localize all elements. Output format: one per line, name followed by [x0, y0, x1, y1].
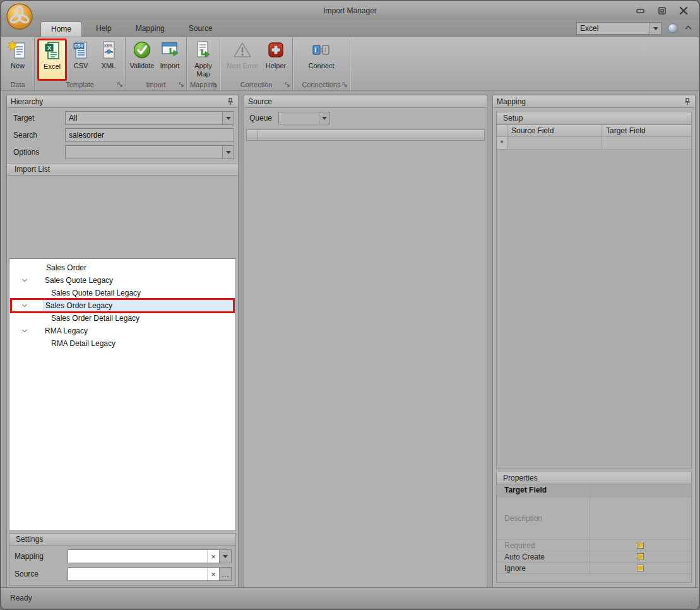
template-type-combo[interactable]: Excel [576, 22, 661, 35]
apply-map-button[interactable]: Apply Map [189, 39, 217, 81]
csv-button[interactable]: CSV CSV [67, 39, 95, 81]
pin-icon[interactable] [684, 97, 691, 105]
combo-dropdown-button[interactable] [222, 146, 234, 158]
combo-dropdown-button[interactable] [650, 23, 661, 34]
tree-item-rma-legacy[interactable]: RMA Legacy [9, 325, 235, 337]
next-error-button[interactable]: Next Error [223, 39, 262, 81]
tab-home[interactable]: Home [40, 21, 82, 37]
dialog-launcher-icon[interactable] [211, 81, 218, 88]
clear-icon[interactable]: × [207, 550, 219, 563]
hierarchy-panel-title: Hierarchy [11, 97, 227, 106]
combo-dropdown-button[interactable] [319, 112, 329, 124]
source-panel-header: Source [244, 95, 487, 108]
setup-group: Setup Source Field Target Field * [496, 112, 692, 469]
target-label: Target [11, 114, 65, 123]
mapping-grid-new-row[interactable]: * [497, 137, 691, 150]
ribbon-button-label: CSV [74, 62, 88, 70]
description-value[interactable] [590, 498, 691, 539]
target-combo[interactable]: All [65, 111, 234, 125]
group-label-import: Import [126, 80, 186, 90]
column-header-source-field[interactable]: Source Field [507, 124, 602, 137]
ribbon-button-label: XML [102, 62, 116, 70]
target-value: All [66, 112, 222, 124]
warning-triangle-icon [232, 40, 252, 60]
minimize-button[interactable] [636, 6, 646, 15]
tree-item-sales-quote-detail-legacy[interactable]: Sales Quote Detail Legacy [9, 287, 235, 299]
helper-button[interactable]: Helper [262, 39, 290, 81]
grid-row-selector-header[interactable] [497, 124, 507, 137]
grid-column-header[interactable] [258, 129, 485, 141]
ignore-checkbox[interactable] [637, 565, 644, 571]
property-row-required[interactable]: Required [497, 540, 691, 551]
tab-help[interactable]: Help [86, 21, 122, 37]
mapping-input[interactable] [68, 550, 207, 563]
source-input[interactable] [68, 568, 207, 580]
ribbon-button-label: Apply Map [194, 62, 212, 78]
expander-chevron-icon[interactable] [20, 328, 30, 333]
ribbon-button-label: Excel [44, 63, 61, 71]
property-row-description[interactable]: Description [497, 498, 691, 540]
auto-create-checkbox[interactable] [637, 553, 644, 560]
ribbon-button-label: Helper [266, 62, 286, 70]
ribbon-button-label: Next Error [227, 62, 258, 70]
ribbon-button-label: Import [160, 62, 179, 70]
dialog-launcher-icon[interactable] [178, 81, 185, 88]
excel-button[interactable]: X Excel [37, 39, 67, 81]
group-label-data: Data [1, 80, 34, 90]
connect-button[interactable]: Connect [302, 39, 341, 81]
property-row-auto-create[interactable]: Auto Create [497, 551, 691, 563]
tree-item-rma-detail-legacy[interactable]: RMA Detail Legacy [9, 337, 235, 350]
clear-icon[interactable]: × [207, 568, 219, 580]
close-button[interactable] [679, 6, 689, 15]
new-button[interactable]: New [4, 39, 32, 81]
target-field-cell[interactable] [602, 137, 691, 150]
group-label-correction: Correction [220, 80, 292, 90]
source-field-cell[interactable] [507, 137, 602, 150]
tree-item-sales-order-detail-legacy[interactable]: Sales Order Detail Legacy [9, 312, 235, 325]
tab-mapping[interactable]: Mapping [126, 21, 175, 37]
import-window-icon [160, 40, 180, 60]
settings-group: Settings Mapping × Source × … [9, 533, 236, 586]
ribbon-group-connections: Connect Connections [293, 37, 350, 90]
grid-row-selector-header[interactable] [246, 129, 258, 141]
pin-icon[interactable] [227, 97, 234, 105]
target-field-value[interactable] [590, 484, 691, 497]
collapse-ribbon-icon[interactable] [684, 24, 692, 33]
required-checkbox[interactable] [637, 542, 644, 549]
browse-ellipsis-button[interactable]: … [219, 568, 231, 580]
options-combo[interactable] [65, 145, 234, 159]
restore-button[interactable] [657, 6, 667, 15]
import-button[interactable]: Import [156, 39, 184, 81]
property-row-ignore[interactable]: Ignore [497, 563, 691, 574]
dialog-launcher-icon[interactable] [341, 81, 348, 88]
tree-item-sales-order[interactable]: Sales Order [9, 261, 235, 274]
property-row-target-field[interactable]: Target Field [497, 484, 691, 498]
column-header-target-field[interactable]: Target Field [602, 124, 691, 137]
source-panel: Source Queue [244, 95, 487, 589]
title-bar: Import Manager [1, 1, 699, 20]
tree-item-sales-order-legacy[interactable]: Sales Order Legacy [9, 299, 235, 312]
tab-source[interactable]: Source [179, 21, 223, 37]
dialog-launcher-icon[interactable] [284, 81, 291, 88]
import-list-tree: Sales Order Sales Quote Legacy Sales Quo… [9, 258, 236, 531]
dialog-launcher-icon[interactable] [117, 81, 124, 88]
validate-button[interactable]: Validate [128, 39, 156, 81]
app-logo-icon[interactable] [6, 3, 33, 30]
hierarchy-panel: Hierarchy Target All Search Options Impo… [6, 95, 239, 589]
combo-dropdown-button[interactable] [219, 550, 231, 563]
tree-item-sales-quote-legacy[interactable]: Sales Quote Legacy [9, 274, 235, 287]
resize-grip[interactable] [687, 597, 696, 606]
expander-chevron-icon[interactable] [20, 278, 30, 283]
svg-text:CSV: CSV [74, 44, 84, 48]
mapping-grid-header: Source Field Target Field [497, 124, 691, 137]
options-value [66, 146, 222, 158]
mapping-panel-title: Mapping [497, 97, 684, 106]
queue-combo[interactable] [278, 112, 330, 124]
mapping-editor: × [68, 549, 232, 563]
window-title: Import Manager [1, 6, 699, 15]
combo-dropdown-button[interactable] [222, 112, 234, 124]
xml-button[interactable]: XML < > XML [95, 39, 122, 81]
expander-chevron-icon[interactable] [20, 303, 30, 308]
search-input[interactable] [65, 128, 234, 142]
status-orb-icon[interactable] [668, 23, 678, 33]
